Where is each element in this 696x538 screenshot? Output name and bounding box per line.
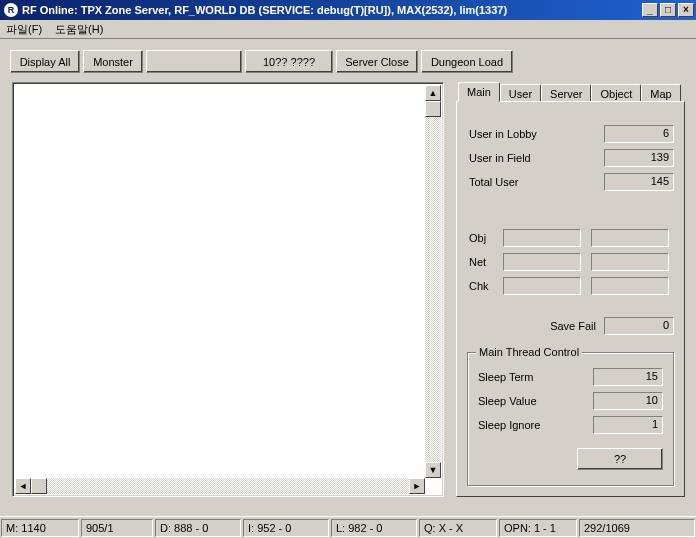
tab-map[interactable]: Map [641,84,680,102]
horizontal-scrollbar[interactable]: ◄ ► [15,478,425,494]
sleep-value-value[interactable]: 10 [593,392,663,410]
obj-value1 [503,229,581,247]
tab-main[interactable]: Main [458,82,500,102]
sleep-value-label: Sleep Value [478,395,573,407]
main-thread-control-group: Main Thread Control Sleep Term 15 Sleep … [467,352,674,486]
status-q: Q: X - X [419,519,497,537]
scroll-down-button[interactable]: ▼ [425,462,441,478]
close-button[interactable]: × [678,3,694,17]
maximize-button[interactable]: □ [660,3,676,17]
net-label: Net [469,256,503,268]
save-fail-label: Save Fail [544,320,604,332]
net-value2 [591,253,669,271]
menu-file[interactable]: 파일(F) [6,23,42,35]
log-listbox-inner [15,85,441,494]
total-user-label: Total User [469,176,564,188]
obj-label: Obj [469,232,503,244]
chk-label: Chk [469,280,503,292]
tab-server[interactable]: Server [541,84,591,102]
title-bar: R RF Online: TPX Zone Server, RF_WORLD D… [0,0,696,20]
user-in-field-label: User in Field [469,152,564,164]
save-fail-value: 0 [604,317,674,335]
menu-bar: 파일(F) 도움말(H) [0,20,696,39]
toolbar: Display All Monster 10?? ???? Server Clo… [10,50,686,73]
vertical-scrollbar[interactable]: ▲ ▼ [425,85,441,478]
main-thread-control-legend: Main Thread Control [476,346,582,358]
scroll-thumb-h[interactable] [31,478,47,494]
menu-help[interactable]: 도움말(H) [55,23,103,35]
scroll-left-button[interactable]: ◄ [15,478,31,494]
obj-value2 [591,229,669,247]
status-l: L: 982 - 0 [331,519,417,537]
net-value1 [503,253,581,271]
status-opn: OPN: 1 - 1 [499,519,577,537]
window-title: RF Online: TPX Zone Server, RF_WORLD DB … [22,4,640,16]
user-in-lobby-label: User in Lobby [469,128,564,140]
sleep-ignore-value[interactable]: 1 [593,416,663,434]
status-7: 292/1069 [579,519,695,537]
sleep-ignore-label: Sleep Ignore [478,419,573,431]
dungeon-load-button[interactable]: Dungeon Load [421,50,513,73]
thread-apply-button[interactable]: ?? [577,448,663,470]
status-m: M: 1140 [1,519,79,537]
sleep-term-label: Sleep Term [478,371,573,383]
scroll-track-h[interactable] [47,478,409,494]
scroll-thumb-v[interactable] [425,101,441,117]
status-1: 905/1 [81,519,153,537]
tab-object[interactable]: Object [591,84,641,102]
status-bar: M: 1140 905/1 D: 888 - 0 I: 952 - 0 L: 9… [0,516,696,538]
app-icon: R [4,3,18,17]
chk-value2 [591,277,669,295]
scroll-up-button[interactable]: ▲ [425,85,441,101]
user-in-field-value: 139 [604,149,674,167]
numeric-button[interactable]: 10?? ???? [245,50,333,73]
chk-value1 [503,277,581,295]
tab-user[interactable]: User [500,84,541,102]
tab-body-main: User in Lobby 6 User in Field 139 Total … [456,101,685,497]
total-user-value: 145 [604,173,674,191]
status-i: I: 952 - 0 [243,519,329,537]
display-all-button[interactable]: Display All [10,50,80,73]
user-in-lobby-value: 6 [604,125,674,143]
toolbar-blank1[interactable] [146,50,242,73]
sleep-term-value[interactable]: 15 [593,368,663,386]
scroll-track-v[interactable] [425,117,441,462]
tab-strip: Main User Server Object Map [458,82,681,102]
scroll-right-button[interactable]: ► [409,478,425,494]
info-tabs: Main User Server Object Map User in Lobb… [456,82,685,497]
server-close-button[interactable]: Server Close [336,50,418,73]
status-d: D: 888 - 0 [155,519,241,537]
monster-button[interactable]: Monster [83,50,143,73]
log-listbox[interactable]: ▲ ▼ ◄ ► [12,82,444,497]
minimize-button[interactable]: _ [642,3,658,17]
